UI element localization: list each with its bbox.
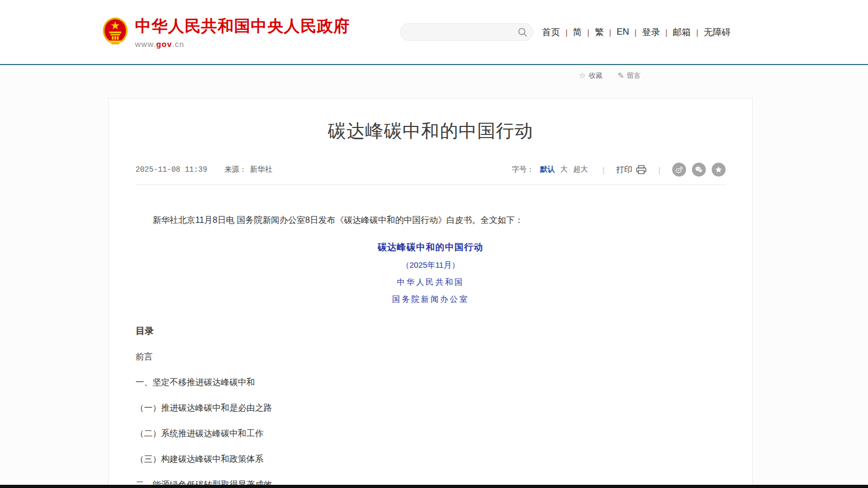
toc-title: 目录 — [136, 325, 726, 337]
nav-separator: | — [665, 28, 667, 37]
article-tools: 字号： 默认 大 超大 | 打印 | — [512, 163, 726, 177]
source-label: 来源： — [224, 165, 246, 174]
article-card: 碳达峰碳中和的中国行动 2025-11-08 11:39 来源： 新华社 字号：… — [108, 98, 753, 488]
document-org-line1: 中华人民共和国 — [136, 277, 726, 287]
share-weibo-icon[interactable] — [672, 163, 686, 177]
search-box[interactable] — [400, 23, 533, 41]
site-header: 中华人民共和国中央人民政府 www.gov.cn 首页 | 简 | 繁 | EN… — [0, 0, 868, 65]
top-nav: 首页 | 简 | 繁 | EN | 登录 | 邮箱 | 无障碍 — [542, 26, 731, 38]
share-favorite-icon[interactable] — [712, 163, 726, 177]
site-url-gov: gov — [156, 39, 172, 49]
site-url: www.gov.cn — [135, 39, 350, 49]
document-title: 碳达峰碳中和的中国行动 — [136, 241, 726, 253]
article-title: 碳达峰碳中和的中国行动 — [136, 119, 726, 143]
nav-mail[interactable]: 邮箱 — [673, 26, 691, 38]
comment-label: 留言 — [627, 71, 641, 81]
toc-item-preface: 前言 — [136, 351, 726, 363]
nav-separator: | — [587, 28, 590, 37]
national-emblem-icon — [102, 17, 128, 47]
print-button[interactable]: 打印 — [616, 165, 647, 175]
bottom-edge-bar — [0, 485, 868, 488]
article-lead-paragraph: 新华社北京11月8日电 国务院新闻办公室8日发布《碳达峰碳中和的中国行动》白皮书… — [136, 213, 726, 227]
share-wechat-icon[interactable] — [692, 163, 706, 177]
toc-item-1-3: （三）构建碳达峰碳中和政策体系 — [136, 454, 726, 465]
site-brand[interactable]: 中华人民共和国中央人民政府 www.gov.cn — [102, 15, 350, 49]
favorite-link[interactable]: ☆ 收藏 — [579, 71, 602, 81]
tools-separator: | — [658, 165, 660, 174]
document-org-line2: 国务院新闻办公室 — [136, 294, 726, 305]
document-date: （2025年11月） — [136, 260, 726, 270]
star-icon: ☆ — [579, 71, 586, 81]
site-url-suffix: .cn — [172, 39, 185, 49]
tools-separator: | — [602, 165, 604, 174]
favorite-label: 收藏 — [588, 71, 602, 81]
toc-item-1-2: （二）系统推进碳达峰碳中和工作 — [136, 428, 726, 439]
font-size-xlarge-button[interactable]: 超大 — [573, 165, 588, 174]
article-meta-row: 2025-11-08 11:39 来源： 新华社 字号： 默认 大 超大 | 打… — [136, 163, 726, 177]
source-value[interactable]: 新华社 — [250, 165, 272, 174]
comment-link[interactable]: ✎ 留言 — [617, 71, 641, 81]
nav-login[interactable]: 登录 — [642, 26, 660, 38]
nav-simplified[interactable]: 简 — [573, 26, 582, 38]
nav-separator: | — [696, 28, 698, 37]
meta-divider — [136, 185, 726, 185]
nav-separator: | — [609, 28, 611, 37]
nav-english[interactable]: EN — [617, 27, 630, 37]
font-size-large-button[interactable]: 大 — [560, 165, 568, 174]
search-icon[interactable] — [517, 27, 528, 37]
nav-traditional[interactable]: 繁 — [595, 26, 604, 38]
nav-separator: | — [566, 28, 568, 37]
search-input[interactable] — [409, 28, 517, 36]
site-url-prefix: www. — [135, 39, 156, 49]
toc-item-1: 一、坚定不移推进碳达峰碳中和 — [136, 377, 726, 388]
site-title: 中华人民共和国中央人民政府 — [135, 15, 350, 37]
font-size-label: 字号： — [512, 165, 534, 174]
pencil-icon: ✎ — [617, 71, 624, 81]
toc-item-1-1: （一）推进碳达峰碳中和是必由之路 — [136, 403, 726, 414]
nav-accessibility[interactable]: 无障碍 — [704, 26, 731, 38]
print-label: 打印 — [616, 165, 632, 175]
nav-separator: | — [634, 28, 636, 37]
font-size-default-button[interactable]: 默认 — [540, 165, 555, 174]
nav-home[interactable]: 首页 — [542, 26, 560, 38]
quick-actions: ☆ 收藏 ✎ 留言 — [579, 71, 641, 81]
publish-date: 2025-11-08 11:39 — [136, 165, 207, 174]
share-group — [672, 163, 726, 177]
printer-icon — [636, 165, 647, 174]
